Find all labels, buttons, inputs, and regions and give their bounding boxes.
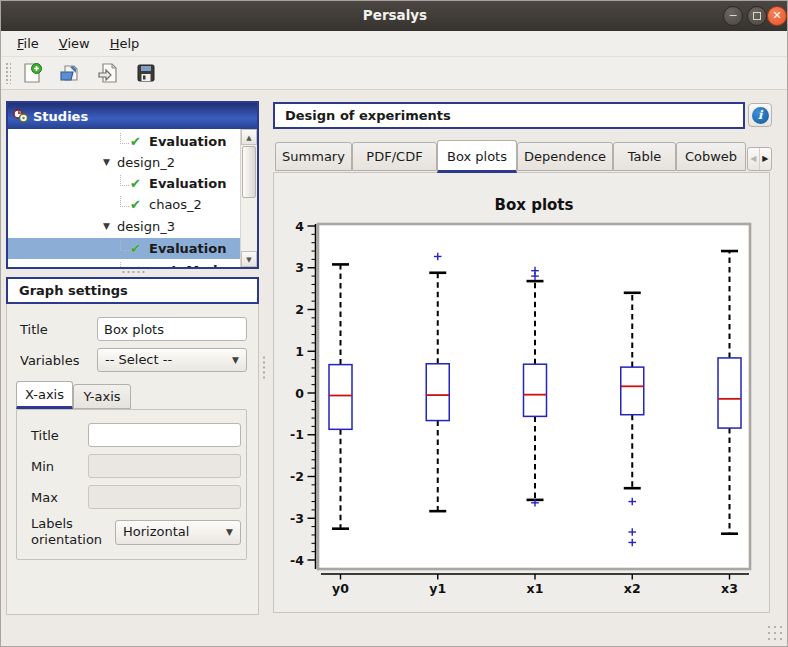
- axis-settings-group: Title Min Max Labels orientation Horizon…: [16, 409, 247, 560]
- studies-icon: [13, 109, 29, 123]
- tree-item-label: Evaluation: [149, 131, 226, 152]
- scroll-right-icon[interactable]: ▶: [760, 148, 771, 170]
- info-icon: i: [752, 107, 769, 124]
- tab-box-plots[interactable]: Box plots: [437, 140, 517, 173]
- max-input[interactable]: [88, 485, 241, 509]
- tab-cobweb[interactable]: Cobweb: [676, 142, 746, 171]
- tree-row-selected[interactable]: ✔ Evaluation: [8, 238, 242, 259]
- page-title: Design of experiments: [273, 102, 745, 129]
- check-icon: ✔: [130, 260, 141, 267]
- tree-item-label: chaos_2: [149, 194, 202, 215]
- tree-connector: [120, 133, 129, 144]
- labels-orientation-value: Horizontal: [123, 524, 189, 539]
- svg-text:1: 1: [295, 344, 304, 359]
- tab-dependence[interactable]: Dependence: [517, 142, 613, 171]
- scroll-left-icon[interactable]: ◀: [748, 148, 760, 170]
- tree-item-label: Evaluation: [149, 173, 226, 194]
- svg-text:x2: x2: [624, 581, 641, 596]
- axis-title-input[interactable]: [88, 423, 241, 447]
- tab-box-plots-label: Box plots: [447, 149, 507, 164]
- graph-settings-panel: Graph settings Title Variables -- Select…: [6, 277, 259, 615]
- svg-text:y1: y1: [429, 581, 446, 596]
- svg-text:-1: -1: [290, 427, 304, 442]
- horizontal-splitter-handle[interactable]: [121, 270, 145, 274]
- titlebar[interactable]: Persalys − ✕: [1, 1, 788, 31]
- tree-connector: [120, 262, 129, 267]
- window-resize-grip[interactable]: [764, 622, 784, 642]
- window-title: Persalys: [1, 7, 788, 23]
- check-icon: ✔: [130, 238, 141, 259]
- tree-item-label: design_2: [117, 152, 175, 173]
- persalys-window: Persalys − ✕ File View Help: [0, 0, 788, 647]
- variables-select-value: -- Select --: [105, 352, 172, 367]
- variables-select[interactable]: -- Select -- ▼: [97, 348, 247, 372]
- tree-row[interactable]: ✔ chaos_2: [8, 194, 242, 215]
- boxplot-chart: Box plots-4-3-2-101234y0y1x1x2x3: [273, 172, 770, 613]
- tree-scrollbar-thumb[interactable]: [242, 146, 256, 198]
- svg-text:-2: -2: [290, 469, 304, 484]
- studies-header[interactable]: Studies: [8, 103, 257, 129]
- tree-connector: [120, 196, 129, 207]
- tab-x-axis[interactable]: X-axis: [16, 381, 73, 409]
- tree-row[interactable]: ✔ Evaluation: [8, 173, 242, 194]
- variables-label: Variables: [20, 353, 79, 368]
- svg-text:2: 2: [295, 302, 304, 317]
- toolbar: [1, 57, 788, 90]
- tree-row[interactable]: ▼ design_3: [8, 216, 242, 237]
- min-label: Min: [31, 459, 54, 474]
- check-icon: ✔: [130, 173, 141, 194]
- open-study-button[interactable]: [55, 59, 85, 87]
- tab-table[interactable]: Table: [613, 142, 676, 171]
- svg-text:-4: -4: [290, 553, 304, 568]
- menu-file[interactable]: File: [7, 33, 49, 54]
- maximize-button[interactable]: [747, 6, 767, 26]
- menu-view[interactable]: View: [49, 33, 100, 54]
- tab-summary[interactable]: Summary: [275, 142, 352, 171]
- labels-orientation-select[interactable]: Horizontal ▼: [115, 520, 241, 545]
- svg-text:x3: x3: [721, 581, 738, 596]
- tree-row[interactable]: ✔ metaMod: [8, 260, 242, 267]
- labels-orientation-label: Labels orientation: [31, 516, 116, 548]
- tab-dependence-label: Dependence: [524, 149, 606, 164]
- import-script-icon: [97, 62, 119, 84]
- graph-title-label: Title: [20, 322, 48, 337]
- studies-tree: ✔ Evaluation ▼ design_2 ✔ Evaluation ✔ c…: [8, 129, 242, 267]
- scroll-down-icon[interactable]: ▼: [241, 251, 257, 267]
- check-icon: ✔: [130, 194, 141, 215]
- graph-settings-header: Graph settings: [6, 277, 259, 304]
- tab-pdf-cdf-label: PDF/CDF: [366, 149, 422, 164]
- new-study-button[interactable]: [17, 59, 47, 87]
- scroll-up-icon[interactable]: ▲: [241, 129, 257, 145]
- expander-icon[interactable]: ▼: [103, 152, 110, 173]
- expander-icon[interactable]: ▼: [103, 216, 110, 237]
- max-label: Max: [31, 490, 58, 505]
- info-button[interactable]: i: [748, 103, 772, 127]
- close-button[interactable]: ✕: [767, 6, 787, 26]
- tab-y-axis[interactable]: Y-axis: [73, 384, 131, 409]
- tab-pdf-cdf[interactable]: PDF/CDF: [352, 142, 437, 171]
- check-icon: ✔: [130, 131, 141, 152]
- menu-help[interactable]: Help: [100, 33, 150, 54]
- tab-table-label: Table: [628, 149, 662, 164]
- graph-title-input[interactable]: [97, 317, 247, 341]
- tree-scrollbar[interactable]: ▲ ▼: [240, 129, 257, 267]
- min-input[interactable]: [88, 454, 241, 478]
- svg-text:Box plots: Box plots: [495, 196, 574, 214]
- maximize-icon: [753, 12, 761, 20]
- tab-scroll-buttons: ◀ ▶: [747, 147, 772, 171]
- svg-text:4: 4: [295, 219, 304, 234]
- svg-text:0: 0: [295, 386, 304, 401]
- minimize-button[interactable]: −: [723, 6, 743, 26]
- axis-title-label: Title: [31, 428, 59, 443]
- tree-item-label: metaMod: [149, 260, 218, 267]
- vertical-splitter-handle[interactable]: [262, 355, 266, 379]
- tab-y-axis-label: Y-axis: [83, 389, 120, 404]
- tree-connector: [120, 175, 129, 186]
- open-study-icon: [59, 62, 81, 84]
- tree-row[interactable]: ▼ design_2: [8, 152, 242, 173]
- save-button[interactable]: [131, 59, 161, 87]
- toolbar-drag-handle[interactable]: [5, 62, 11, 84]
- tree-row[interactable]: ✔ Evaluation: [8, 131, 242, 152]
- import-script-button[interactable]: [93, 59, 123, 87]
- tree-connector: [120, 240, 129, 251]
